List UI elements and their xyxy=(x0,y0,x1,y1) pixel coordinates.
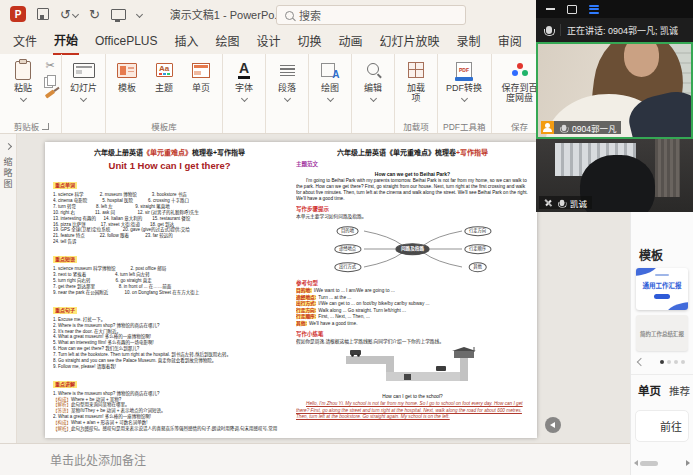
save-icon[interactable] xyxy=(37,8,49,20)
video-tile-2[interactable]: 凯诚 xyxy=(536,139,693,212)
use-template-pill[interactable] xyxy=(654,294,670,299)
steps-intro: 本单元主要学习如何问路及指路。 xyxy=(296,214,529,220)
menu-tab[interactable]: 文件 xyxy=(12,28,38,54)
font-button[interactable]: A 字体 xyxy=(228,57,260,103)
expand-icon xyxy=(4,143,11,150)
notes-placeholder: 单击此处添加备注 xyxy=(50,451,146,468)
share-off-icon xyxy=(544,198,553,207)
section-tag-steps: 写作步骤提示 xyxy=(296,205,529,213)
edit-find-icon xyxy=(367,63,379,75)
scroll-left-icon[interactable] xyxy=(634,460,638,466)
worksheet-header: 六年级上册英语《单元重难点》梳理卷+写作指导 xyxy=(296,148,529,157)
quick-access-toolbar: P ↺ ↻ xyxy=(0,6,142,22)
baidu-netdisk-icon xyxy=(511,63,529,78)
thumbnail-pane-collapsed[interactable]: 缩略图 xyxy=(0,134,17,443)
cut-icon[interactable]: ✂ xyxy=(45,60,54,71)
menu-tab[interactable]: OfficePLUS xyxy=(94,30,158,53)
powerpoint-logo-icon: P xyxy=(10,6,26,22)
search-input[interactable]: 搜索 xyxy=(276,5,466,25)
unit-title: Unit 1 How can I get there? xyxy=(53,160,286,171)
member-list-icon[interactable] xyxy=(589,5,599,14)
menu-tab[interactable]: 插入 xyxy=(174,28,200,54)
single-page-button[interactable]: 单页 xyxy=(185,57,217,95)
word-line: 24. tell 告诉 xyxy=(53,239,286,245)
slides-group: 幻灯片 xyxy=(62,54,106,133)
format-painter-icon[interactable] xyxy=(45,89,55,98)
redo-icon[interactable]: ↻ xyxy=(89,8,100,21)
horizontal-scrollbar[interactable] xyxy=(634,459,690,467)
carousel-dots[interactable] xyxy=(660,360,685,364)
go-to-card[interactable]: 前往 xyxy=(635,410,689,442)
dialog-launcher-icon[interactable] xyxy=(42,123,49,130)
pdf-toolbox-group: PDF PDF转换 PDF工具箱 xyxy=(438,54,492,133)
left-arrow-icon xyxy=(550,422,555,428)
paragraph-button[interactable]: 段落 xyxy=(271,57,303,103)
template-icon xyxy=(117,63,137,78)
edit-button[interactable]: 编辑 xyxy=(357,57,389,103)
section-tag-explain: 重点讲解 xyxy=(53,381,77,388)
theme-button[interactable]: Aa 主题 xyxy=(148,57,180,95)
pane-divider xyxy=(631,374,693,375)
tab-single-page[interactable]: 单页 xyxy=(638,382,661,398)
menu-tab[interactable]: 绘图 xyxy=(215,28,241,54)
pattern-line: 其他:We'll have a good time. xyxy=(296,321,529,328)
undo-button[interactable]: ↺ xyxy=(60,8,78,21)
speaking-status-bar: 正在讲话: 0904郭一凡; 凯诚 xyxy=(536,18,693,42)
mindmap-node: 其他 xyxy=(468,263,487,273)
slides-button[interactable]: 幻灯片 xyxy=(67,57,100,103)
carousel-prev-icon[interactable] xyxy=(637,358,645,366)
section-tag-patterns: 参考句型 xyxy=(296,279,529,287)
template-button[interactable]: 模板 xyxy=(111,57,143,95)
thumbnail-pane-label: 缩略图 xyxy=(2,157,15,190)
menu-tab[interactable]: 审阅 xyxy=(497,28,523,54)
speaking-label: 正在讲话: 0904郭一凡; 凯诚 xyxy=(567,24,678,37)
scrollbar-thumb[interactable] xyxy=(640,461,658,466)
notes-area[interactable]: 单击此处添加备注 xyxy=(0,443,693,475)
pane-title: 模板 xyxy=(639,246,693,263)
font-icon: A xyxy=(238,61,250,79)
addins-button[interactable]: 加载项 xyxy=(400,57,432,105)
scroll-right-icon[interactable] xyxy=(686,460,690,466)
draw-group: 绘图 xyxy=(309,54,352,133)
meeting-overlay-window: 正在讲话: 0904郭一凡; 凯诚 0904郭一凡 凯诚 xyxy=(536,0,693,212)
slideshow-icon[interactable] xyxy=(111,9,126,20)
paragraph-group: 段落 xyxy=(266,54,309,133)
draw-button[interactable]: 绘图 xyxy=(314,57,346,103)
copy-icon[interactable] xyxy=(44,77,53,88)
explain-list: 1. Where is the museum shop? 博物馆的商店在哪儿?【… xyxy=(53,391,286,432)
menu-tab[interactable]: 动画 xyxy=(338,28,364,54)
maximize-icon[interactable] xyxy=(567,5,577,14)
menu-tab[interactable]: 幻灯片放映 xyxy=(379,28,441,54)
phrase-list: 1. science museum 科学博物馆 2. post office 邮… xyxy=(53,266,286,296)
minimize-icon[interactable] xyxy=(546,8,555,10)
host-badge-icon xyxy=(541,121,554,134)
mindmap-node: 出行方式 xyxy=(334,263,361,273)
menu-tab[interactable]: 切换 xyxy=(297,28,323,54)
menu-tab[interactable]: 设计 xyxy=(256,28,282,54)
route-map-graphic xyxy=(296,347,529,393)
slide-page[interactable]: 六年级上册英语《单元重难点》梳理卷+写作指导 Unit 1 How can I … xyxy=(45,142,537,438)
draw-icon xyxy=(321,63,335,77)
worksheet-left-page: 六年级上册英语《单元重难点》梳理卷+写作指导 Unit 1 How can I … xyxy=(53,148,286,432)
essay-text: I'm going to Beihai Park with my parents… xyxy=(296,178,529,202)
word-list: 1. science 科学 2. museum 博物馆 3. bookstore… xyxy=(53,192,286,245)
menu-tab[interactable]: 录制 xyxy=(456,28,482,54)
microphone-icon xyxy=(560,199,565,205)
practice-answer-text: Hello, I'm Zhou Yi. My school is not far… xyxy=(296,401,529,420)
pdf-convert-button[interactable]: PDF PDF转换 xyxy=(443,57,485,103)
tab-recommended[interactable]: 推荐 xyxy=(669,383,690,398)
mindmap-node: 行走顺序 xyxy=(464,245,491,255)
collapse-panel-button[interactable] xyxy=(545,417,561,433)
qat-more-icon[interactable] xyxy=(136,10,143,17)
document-title: 演示文稿1 - PowerPo... xyxy=(170,6,284,22)
sentence-line: 9. Follow me, please! 请跟着我! xyxy=(53,364,286,370)
paste-button[interactable]: 粘贴 xyxy=(7,57,39,103)
template-library-group: 模板 Aa 主题 单页 模板库 xyxy=(106,54,223,133)
microphone-icon xyxy=(562,124,567,130)
template-card[interactable]: 简约工作总结汇报 xyxy=(636,315,688,351)
phrase-line: 9. near the park 在公园附近 10. on Dongfang S… xyxy=(53,290,286,296)
template-card[interactable]: 通用工作汇报 xyxy=(636,268,688,310)
video-tile-1[interactable]: 0904郭一凡 xyxy=(536,42,693,139)
clipboard-group: 粘贴 ✂ 剪贴板 xyxy=(2,54,62,133)
menu-tab[interactable]: 开始 xyxy=(53,27,79,55)
